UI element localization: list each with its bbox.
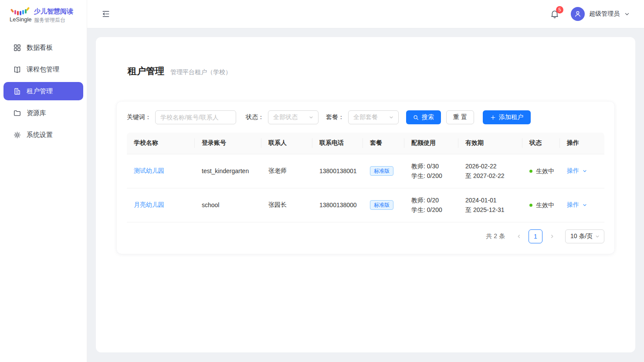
chevron-down-icon bbox=[582, 168, 587, 174]
chevron-right-icon bbox=[549, 234, 555, 239]
col-actions: 操作 bbox=[560, 133, 604, 154]
col-contact: 联系人 bbox=[261, 133, 312, 154]
plan-badge: 标准版 bbox=[370, 200, 393, 210]
school-name-link[interactable]: 月亮幼儿园 bbox=[134, 201, 164, 208]
quota-teacher: 教师: 0/30 bbox=[411, 161, 451, 171]
validity-cell: 2024-01-01 至 2025-12-31 bbox=[458, 188, 522, 222]
quota-cell: 教师: 0/20 学生: 0/200 bbox=[404, 188, 458, 222]
row-actions-label: 操作 bbox=[567, 201, 579, 209]
menu-fold-icon bbox=[102, 10, 110, 18]
chevron-down-icon bbox=[582, 202, 587, 208]
contact-cell: 张园长 bbox=[261, 188, 312, 222]
contact-cell: 张老师 bbox=[261, 154, 312, 188]
next-page-button[interactable] bbox=[546, 229, 558, 243]
topbar: 5 超级管理员 bbox=[87, 0, 644, 28]
search-button[interactable]: 搜索 bbox=[406, 110, 441, 124]
chevron-down-icon bbox=[308, 115, 314, 120]
status-select[interactable]: 全部状态 bbox=[268, 110, 319, 124]
login-account-cell: test_kindergarten bbox=[195, 154, 261, 188]
sidebar-item-label: 课程包管理 bbox=[27, 65, 59, 74]
valid-from: 2026-02-22 bbox=[465, 161, 515, 171]
valid-to: 至 2025-12-31 bbox=[465, 205, 515, 215]
notifications-button[interactable]: 5 bbox=[550, 9, 559, 19]
status-label: 状态： bbox=[246, 113, 264, 121]
page-title: 租户管理 bbox=[128, 65, 164, 77]
sidebar-item-settings[interactable]: 系统设置 bbox=[3, 126, 83, 144]
user-menu[interactable]: 超级管理员 bbox=[571, 7, 630, 21]
search-button-label: 搜索 bbox=[422, 113, 434, 121]
phone-cell: 13800138001 bbox=[312, 154, 363, 188]
add-tenant-button[interactable]: 添加租户 bbox=[483, 110, 531, 124]
sidebar-item-label: 系统设置 bbox=[27, 131, 53, 139]
brand-text: 少儿智慧阅读 服务管理后台 bbox=[34, 7, 73, 24]
dashboard-icon bbox=[13, 43, 21, 52]
topbar-right: 5 超级管理员 bbox=[550, 7, 630, 21]
avatar bbox=[571, 7, 585, 21]
user-name: 超级管理员 bbox=[589, 10, 620, 18]
main-area: 5 超级管理员 租户管理 管理平台租户（学校） bbox=[87, 0, 644, 362]
plan-select-value: 全部套餐 bbox=[353, 113, 378, 121]
status-badge: 生效中 bbox=[536, 167, 554, 174]
sidebar-menu: 数据看板 课程包管理 租户管理 资源库 bbox=[0, 31, 87, 155]
col-phone: 联系电话 bbox=[312, 133, 363, 154]
row-actions-dropdown[interactable]: 操作 bbox=[567, 201, 587, 209]
login-account-cell: school bbox=[195, 188, 261, 222]
status-dot-icon bbox=[529, 204, 532, 207]
prev-page-button[interactable] bbox=[513, 229, 525, 243]
valid-from: 2024-01-01 bbox=[465, 195, 515, 205]
building-icon bbox=[13, 87, 21, 96]
chevron-down-icon bbox=[595, 234, 600, 239]
sidebar-item-label: 资源库 bbox=[27, 109, 46, 117]
sidebar-item-tenants[interactable]: 租户管理 bbox=[3, 82, 83, 100]
rainbow-bars-icon bbox=[10, 8, 29, 16]
sidebar-item-label: 租户管理 bbox=[27, 87, 53, 96]
plus-icon bbox=[490, 115, 496, 120]
sidebar-item-label: 数据看板 bbox=[27, 44, 53, 52]
row-actions-dropdown[interactable]: 操作 bbox=[567, 167, 587, 175]
valid-to: 至 2027-02-22 bbox=[465, 171, 515, 181]
chevron-left-icon bbox=[516, 234, 522, 239]
col-login-account: 登录账号 bbox=[195, 133, 261, 154]
status-cell: 生效中 bbox=[522, 154, 560, 188]
table-header-row: 学校名称 登录账号 联系人 联系电话 套餐 配额使用 有效期 状态 操作 bbox=[127, 133, 604, 154]
keyword-input[interactable] bbox=[155, 110, 236, 124]
plan-badge: 标准版 bbox=[370, 166, 393, 176]
status-badge: 生效中 bbox=[536, 201, 554, 208]
tenant-table: 学校名称 登录账号 联系人 联系电话 套餐 配额使用 有效期 状态 操作 bbox=[127, 133, 604, 222]
person-icon bbox=[573, 10, 582, 18]
page-size-select[interactable]: 10 条/页 bbox=[565, 229, 604, 243]
brand-subtitle: 服务管理后台 bbox=[34, 17, 73, 24]
keyword-label: 关键词： bbox=[127, 113, 151, 121]
page-size-value: 10 条/页 bbox=[570, 232, 593, 240]
sidebar-item-course-packages[interactable]: 课程包管理 bbox=[3, 60, 83, 79]
chevron-down-icon bbox=[624, 11, 630, 17]
school-name-link[interactable]: 测试幼儿园 bbox=[134, 167, 164, 174]
quota-student: 学生: 0/200 bbox=[411, 171, 451, 181]
quota-teacher: 教师: 0/20 bbox=[411, 195, 451, 205]
table-row: 月亮幼儿园 school 张园长 13800138000 标准版 教师: 0/2… bbox=[127, 188, 604, 222]
filter-bar: 关键词： 状态： 全部状态 套餐： 全部套餐 bbox=[127, 110, 604, 124]
status-cell: 生效中 bbox=[522, 188, 560, 222]
phone-cell: 13800138000 bbox=[312, 188, 363, 222]
col-plan: 套餐 bbox=[363, 133, 404, 154]
sidebar-item-dashboard[interactable]: 数据看板 bbox=[3, 38, 83, 57]
page-subtitle: 管理平台租户（学校） bbox=[170, 68, 231, 76]
add-tenant-button-label: 添加租户 bbox=[499, 113, 523, 121]
reset-button[interactable]: 重 置 bbox=[446, 110, 474, 124]
page-1-button[interactable]: 1 bbox=[529, 229, 542, 243]
pagination-total: 共 2 条 bbox=[486, 232, 505, 240]
content: 租户管理 管理平台租户（学校） 关键词： 状态： 全部状态 套餐： bbox=[87, 28, 644, 362]
search-icon bbox=[413, 115, 419, 120]
folder-icon bbox=[13, 109, 21, 117]
pagination: 共 2 条 1 10 条/页 bbox=[127, 229, 604, 243]
table-row: 测试幼儿园 test_kindergarten 张老师 13800138001 … bbox=[127, 154, 604, 188]
plan-label: 套餐： bbox=[326, 113, 344, 121]
sidebar-item-resources[interactable]: 资源库 bbox=[3, 104, 83, 122]
sidebar: LeSingle 少儿智慧阅读 服务管理后台 数据看板 课程包管理 bbox=[0, 0, 87, 362]
book-icon bbox=[13, 65, 21, 74]
notification-badge: 5 bbox=[556, 6, 563, 14]
status-select-value: 全部状态 bbox=[273, 113, 298, 121]
quota-cell: 教师: 0/30 学生: 0/200 bbox=[404, 154, 458, 188]
plan-select[interactable]: 全部套餐 bbox=[348, 110, 399, 124]
collapse-sidebar-button[interactable] bbox=[102, 10, 110, 18]
